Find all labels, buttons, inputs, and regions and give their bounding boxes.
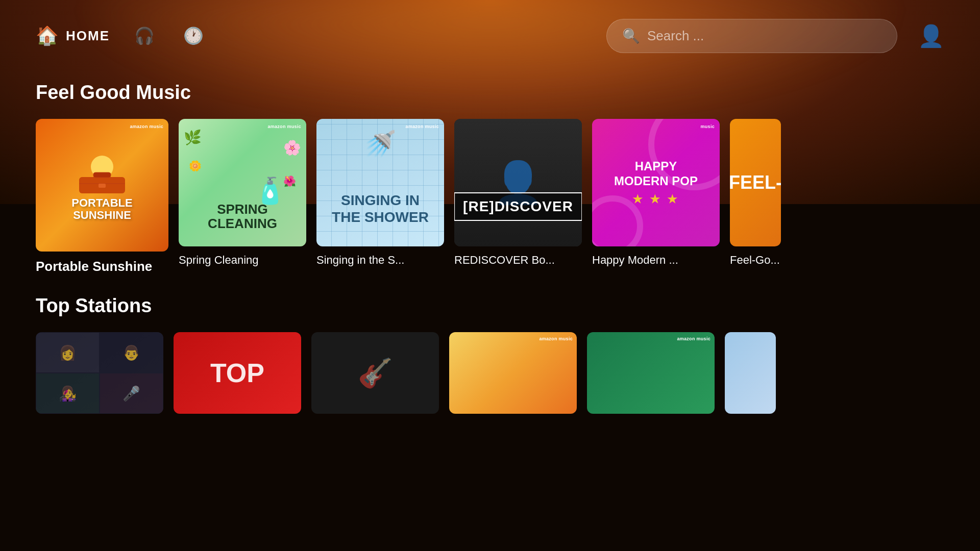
card-image-feel-good: FEEL- (730, 119, 781, 246)
station-image-top: ToP (174, 332, 301, 414)
station-card-warm[interactable]: amazon music (449, 332, 577, 414)
search-placeholder: Search ... (647, 28, 704, 44)
spring-cleaning-text: SPRING CLEANING (185, 202, 300, 231)
shower-head: 🚿 (364, 129, 396, 159)
collage-cell-1: 👩 (36, 332, 100, 373)
card-image-singing-shower: amazon music 🚿 SINGING IN THE SHOWER (316, 119, 444, 246)
station-image-amazon-green: amazon music (587, 332, 715, 414)
station-card-artist-collage[interactable]: 👩 👨 👩‍🎤 🎤 (36, 332, 163, 414)
rediscover-badge: [RE]DISCOVER (454, 192, 582, 221)
collage-cell-3: 👩‍🎤 (36, 373, 100, 414)
home-icon: 🏠 (36, 25, 59, 46)
station-card-dark-artist[interactable]: 🎸 (311, 332, 439, 414)
top-station-text: ToP (210, 358, 264, 388)
top-stations-cards-row: 👩 👨 👩‍🎤 🎤 ToP (36, 332, 944, 414)
badge-warm: amazon music (539, 336, 573, 342)
headphones-icon[interactable]: 🎧 (130, 22, 159, 49)
search-bar[interactable]: 🔍 Search ... (606, 19, 897, 53)
profile-icon[interactable]: 👤 (918, 23, 944, 48)
card-title-feel-good: Feel-Go... (730, 254, 781, 267)
portable-sunshine-text: PORTABLE SUNSHINE (69, 197, 135, 221)
flower-2: 🌸 (283, 139, 301, 156)
rediscover-bg: 👤 (454, 119, 582, 246)
station-card-top[interactable]: ToP (174, 332, 301, 414)
station-image-warm: amazon music (449, 332, 577, 414)
card-singing-shower[interactable]: amazon music 🚿 SINGING IN THE SHOWER Sin… (316, 119, 444, 274)
card-feel-good-country[interactable]: FEEL- Feel-Go... (730, 119, 781, 274)
badge-shower: amazon music (405, 124, 439, 130)
green-artwork: amazon music (587, 332, 715, 414)
card-title-rediscover: REDISCOVER Bo... (454, 254, 582, 267)
card-title-happy-pop: Happy Modern ... (592, 254, 720, 267)
card-title-singing-shower: Singing in the S... (316, 254, 444, 267)
card-image-spring-cleaning: amazon music 🌿 🌸 🌼 🌺 🧴 SPRING CLEANING (179, 119, 306, 246)
happy-pop-text: HAPPY MODERN POP ★ ★ ★ (614, 159, 698, 206)
portable-sunshine-art (69, 149, 135, 195)
flower-1: 🌿 (184, 129, 202, 146)
pop-stars: ★ ★ ★ (614, 193, 698, 206)
nav-left: 🏠 HOME 🎧 🕐 (36, 22, 208, 49)
station-image-dark-artist: 🎸 (311, 332, 439, 414)
main-content: Feel Good Music amazon music (0, 71, 980, 444)
station-image-artist-collage: 👩 👨 👩‍🎤 🎤 (36, 332, 163, 414)
badge-green: amazon music (677, 336, 710, 342)
blue-artwork (725, 332, 776, 414)
header: 🏠 HOME 🎧 🕐 🔍 Search ... 👤 (0, 0, 980, 71)
card-portable-sunshine[interactable]: amazon music (36, 119, 168, 274)
svg-rect-3 (93, 172, 111, 178)
badge-spring-cleaning: amazon music (267, 124, 301, 130)
top-stations-section: Top Stations 👩 👨 👩‍🎤 🎤 (36, 295, 944, 414)
collage-cell-2: 👨 (100, 332, 163, 373)
card-happy-modern-pop[interactable]: music HAPPY MODERN POP ★ ★ ★ Happy Moder… (592, 119, 720, 274)
dark-artist-icon: 🎸 (358, 357, 393, 390)
home-label: HOME (66, 28, 110, 44)
svg-rect-5 (99, 184, 106, 188)
station-image-blue (725, 332, 776, 414)
card-image-rediscover: amazon music 👤 [RE]DISCOVER (454, 119, 582, 246)
history-icon[interactable]: 🕐 (179, 22, 208, 49)
home-nav-item[interactable]: 🏠 HOME (36, 25, 110, 46)
card-title-portable-sunshine: Portable Sunshine (36, 259, 168, 274)
feel-good-text: FEEL- (730, 172, 781, 193)
badge-portable-sunshine: amazon music (130, 124, 163, 130)
station-card-amazon-green[interactable]: amazon music (587, 332, 715, 414)
card-title-spring-cleaning: Spring Cleaning (179, 254, 306, 267)
card-image-happy-pop: music HAPPY MODERN POP ★ ★ ★ (592, 119, 720, 246)
top-stations-title: Top Stations (36, 295, 944, 317)
card-spring-cleaning[interactable]: amazon music 🌿 🌸 🌼 🌺 🧴 SPRING CLEANING (179, 119, 306, 274)
warm-artwork: amazon music (449, 332, 577, 414)
search-icon: 🔍 (622, 28, 640, 44)
card-rediscover[interactable]: amazon music 👤 [RE]DISCOVER REDISCOVER B… (454, 119, 582, 274)
feel-good-section: Feel Good Music amazon music (36, 82, 944, 274)
collage-grid: 👩 👨 👩‍🎤 🎤 (36, 332, 163, 414)
shower-text: SINGING IN THE SHOWER (332, 192, 429, 226)
collage-cell-4: 🎤 (100, 373, 163, 414)
badge-happy-pop: music (700, 124, 715, 130)
card-image-portable-sunshine: amazon music (36, 119, 168, 252)
feel-good-cards-row: amazon music (36, 119, 944, 274)
station-card-blue[interactable] (725, 332, 776, 414)
flower-3: 🌼 (189, 160, 202, 172)
feel-good-title: Feel Good Music (36, 82, 944, 104)
